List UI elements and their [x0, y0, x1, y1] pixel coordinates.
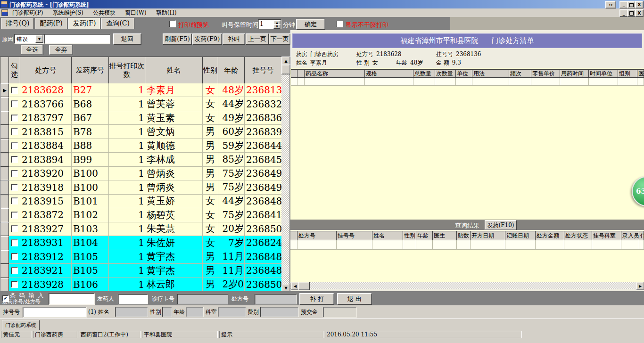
discard-all-button[interactable]: 全弃: [49, 45, 73, 55]
drug-header-1: [297, 69, 305, 78]
refresh-button[interactable]: 刷新(F5): [163, 33, 192, 45]
close-button[interactable]: X: [635, 1, 644, 8]
fee-input[interactable]: [260, 307, 299, 317]
queue-row-14[interactable]: 2183928B1061林云郎男2岁02368504: [0, 278, 282, 292]
row-checkbox[interactable]: [11, 253, 18, 260]
age-input[interactable]: [186, 307, 204, 317]
queue-cell-seq: B67: [72, 111, 109, 125]
hscroll-thumb[interactable]: [298, 282, 310, 290]
queue-row-5[interactable]: 2183894B991李林成男85岁2368457: [0, 153, 282, 166]
drug-header-3: 规格: [365, 69, 413, 78]
dispense-button[interactable]: 发药(F9): [192, 33, 222, 45]
drug-empty-cell-10: [560, 78, 589, 86]
row-checkbox[interactable]: [11, 100, 18, 107]
result-empty-cell-14: [639, 240, 644, 250]
row-checkbox[interactable]: [11, 239, 18, 246]
scroll-thumb[interactable]: [281, 65, 290, 74]
rx-no-input[interactable]: [255, 294, 297, 304]
drug-empty-cell-4: [413, 78, 435, 86]
queue-cell-print: 1: [109, 83, 145, 97]
combo-dropdown-icon[interactable]: ▼: [35, 35, 43, 43]
patient-sex-field: 性 别女: [356, 59, 378, 67]
scroll-right-icon[interactable]: ▶: [636, 282, 644, 290]
queue-row-4[interactable]: 2183884B881黄顺德男59岁2368449: [0, 139, 282, 153]
row-checkbox[interactable]: [11, 267, 18, 274]
mdi-restore-button[interactable]: [627, 9, 636, 17]
queue-cell-reg: 2368457: [245, 153, 282, 166]
queue-row-6[interactable]: 2183920B1001曾炳炎男75岁2368495: [0, 167, 282, 180]
reg-no-input[interactable]: [23, 307, 87, 318]
print-preview-checkbox[interactable]: [169, 20, 176, 27]
recall-button[interactable]: 补叫: [223, 33, 245, 45]
row-checkbox[interactable]: [11, 128, 18, 135]
checkbox-cell: [9, 97, 20, 111]
select-all-button[interactable]: 全选: [21, 45, 43, 55]
confirm-button[interactable]: 确定: [296, 19, 325, 30]
queue-row-7[interactable]: 2183918B1001曾炳炎男75岁2368495: [0, 180, 282, 194]
row-checkbox[interactable]: [11, 281, 18, 288]
queue-row-10[interactable]: 2183927B1031朱美慧女20岁2368503: [0, 222, 282, 236]
queue-row-11[interactable]: 2183931B1041朱佐妍女7岁2368246: [0, 236, 282, 250]
row-checkbox[interactable]: [11, 184, 18, 191]
call-time-value: 1: [260, 21, 264, 27]
card-no-label: 诊疗卡号: [152, 295, 174, 303]
sex-input[interactable]: [162, 307, 172, 317]
row-checkbox[interactable]: [11, 114, 18, 122]
queue-cell-sex: 女: [203, 111, 218, 125]
row-checkbox[interactable]: [11, 212, 18, 219]
dispense-f10-button[interactable]: 发药(F10): [485, 220, 517, 230]
restore-button[interactable]: [627, 1, 636, 8]
row-checkbox[interactable]: [11, 142, 18, 149]
queue-cell-rx: 2183920: [20, 167, 72, 180]
queue-row-8[interactable]: 2183915B1011黄玉娇女44岁2368489: [0, 195, 282, 208]
tab-1[interactable]: 配药(P): [35, 18, 67, 29]
row-checkbox[interactable]: [11, 197, 18, 204]
row-checkbox[interactable]: [11, 156, 18, 163]
tab-2[interactable]: 发药(F): [68, 18, 101, 29]
queue-cell-name: 朱美慧: [145, 222, 203, 236]
menu-item-1[interactable]: 系统维护(S): [51, 9, 84, 17]
next-page-button[interactable]: 下一页: [269, 33, 290, 45]
queue-row-3[interactable]: 2183815B781曾文炳男60岁2368391: [0, 125, 282, 139]
prev-page-button[interactable]: 上一页: [246, 33, 269, 45]
mdi-close-button[interactable]: X: [635, 9, 644, 17]
tab-0[interactable]: 排号(Q): [1, 18, 34, 29]
call-time-spinner[interactable]: 1 ▲ ▼: [258, 19, 281, 29]
row-checkbox[interactable]: [11, 87, 18, 94]
fee-label: 费别: [248, 308, 259, 316]
menu-item-3[interactable]: 窗口(W): [124, 9, 148, 17]
sticker-print-checkbox[interactable]: [336, 20, 343, 27]
reason-combobox[interactable]: 错误 ▼: [14, 34, 44, 44]
reason-input[interactable]: [44, 34, 110, 44]
queue-row-2[interactable]: 2183797B671黄玉素女49岁2368369: [0, 111, 282, 125]
deposit-input[interactable]: [323, 307, 357, 318]
queue-cell-print: 1: [109, 139, 145, 153]
barcode-input[interactable]: [49, 293, 95, 305]
row-selector: [0, 97, 9, 111]
row-checkbox[interactable]: [11, 170, 18, 177]
tab-3[interactable]: 查询(C): [101, 18, 134, 29]
patient-name-input[interactable]: [115, 307, 148, 317]
queue-row-13[interactable]: 2183921B1051黄宇杰男11月2368485: [0, 264, 282, 278]
exit-button[interactable]: 退 出: [337, 293, 372, 305]
menu-item-0[interactable]: 门诊配药(P): [11, 9, 44, 17]
resize-icon[interactable]: ↔: [605, 1, 616, 8]
spinner-down-icon[interactable]: ▼: [273, 24, 281, 29]
dept-input[interactable]: [218, 307, 246, 317]
queue-row-0[interactable]: ▶2183628B271李素月女48岁2368136: [0, 83, 282, 97]
menu-item-2[interactable]: 公共模块: [92, 9, 116, 17]
queue-row-9[interactable]: 2183872B1021杨碧英女75岁2368419: [0, 208, 282, 222]
menu-item-4[interactable]: 帮助(H): [155, 9, 178, 17]
row-selector: [0, 111, 9, 125]
return-button[interactable]: 退回: [113, 33, 141, 45]
dispenser-input[interactable]: [118, 294, 148, 304]
queue-cell-reg: 2368485: [245, 250, 282, 264]
reprint-button[interactable]: 补 打: [299, 293, 334, 305]
result-scrollbar[interactable]: [290, 282, 644, 289]
row-checkbox[interactable]: [11, 225, 18, 232]
system-tab[interactable]: 门诊配药系统: [2, 320, 40, 330]
queue-scrollbar[interactable]: [281, 57, 289, 292]
queue-row-12[interactable]: 2183912B1051黄宇杰男11月2368485: [0, 250, 282, 264]
queue-row-1[interactable]: 2183766B681曾芙蓉女44岁2368326: [0, 97, 282, 111]
card-no-input[interactable]: [177, 294, 228, 304]
